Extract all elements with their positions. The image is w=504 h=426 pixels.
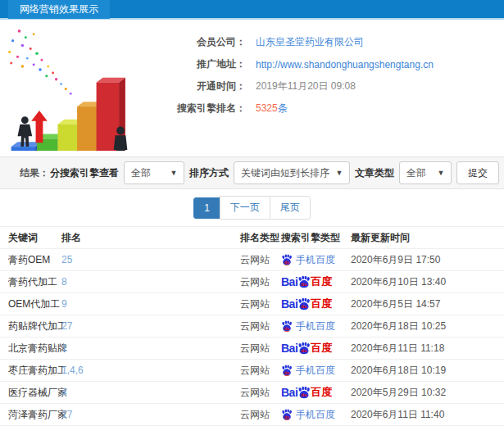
- submit-button[interactable]: 提交: [456, 161, 499, 184]
- info-section: 会员公司： 山东皇圣堂药业有限公司 推广地址： http://www.shand…: [0, 20, 504, 156]
- engine-rank-value: 5325条: [256, 102, 288, 116]
- company-label: 会员公司：: [160, 35, 246, 49]
- search-engine-cell: Bai du 百度: [281, 341, 351, 356]
- article-type-label: 文章类型: [355, 166, 394, 180]
- svg-text:du: du: [284, 415, 290, 419]
- baidu-paw-icon: du: [297, 297, 311, 310]
- rank-link[interactable]: 25: [61, 254, 72, 265]
- engine-rank-row: 搜索引擎排名： 5325条: [160, 97, 504, 120]
- mobile-baidu-label: 手机百度: [296, 408, 335, 422]
- info-fields: 会员公司： 山东皇圣堂药业有限公司 推广地址： http://www.shand…: [160, 26, 504, 156]
- rank-type-cell: 云网站: [240, 253, 281, 267]
- search-engine-cell: du 手机百度: [281, 320, 351, 333]
- mobile-baidu-label: 手机百度: [296, 253, 335, 267]
- rank-link[interactable]: 1,4,6: [61, 365, 84, 376]
- svg-text:du: du: [284, 260, 290, 265]
- table-row: 菏泽膏药厂家 17 云网站 du 手机百度 2020年6月11日 11:40: [0, 404, 504, 426]
- table-row: 医疗器械厂家 4 云网站 Bai du 百度 2020年5月29日 10:32: [0, 382, 504, 404]
- updated-time-cell: 2020年5月29日 10:32: [351, 386, 504, 400]
- mobile-baidu-label: 手机百度: [296, 364, 335, 378]
- header-rank: 排名: [61, 231, 240, 245]
- page-current[interactable]: 1: [193, 197, 220, 219]
- rank-type-cell: 云网站: [240, 342, 281, 356]
- rank-type-cell: 云网站: [240, 297, 281, 311]
- filter-group: 分搜索引擎查看 全部 ▼ 排序方式 关键词由短到长排序 ▼ 文章类型 全部 ▼ …: [50, 161, 499, 184]
- rank-type-cell: 云网站: [240, 386, 281, 400]
- updated-time-cell: 2020年6月11日 11:18: [351, 342, 504, 356]
- promo-url-link[interactable]: http://www.shandonghuangshengtang.cn: [256, 59, 434, 70]
- svg-text:du: du: [284, 370, 290, 375]
- page-title: 网络营销效果展示: [20, 2, 98, 16]
- header-updated: 最新更新时间: [351, 231, 504, 245]
- sort-select[interactable]: 关键词由短到长排序: [234, 161, 350, 184]
- table-body: 膏药OEM 25 云网站 du 手机百度 2020年6月9日 17:50 膏药代…: [0, 249, 504, 426]
- svg-text:du: du: [302, 392, 308, 397]
- company-link[interactable]: 山东皇圣堂药业有限公司: [256, 35, 364, 49]
- rank-link[interactable]: 1: [61, 342, 67, 354]
- engine-filter-label: 分搜索引擎查看: [50, 166, 119, 180]
- svg-text:du: du: [302, 303, 308, 309]
- baidu-paw-icon: du: [297, 342, 311, 355]
- table-row: 北京膏药贴牌 1 云网站 Bai du 百度 2020年6月11日 11:18: [0, 338, 504, 360]
- baidu-paw-icon: du: [281, 365, 293, 376]
- page-next[interactable]: 下一页: [220, 196, 270, 220]
- search-engine-cell: du 手机百度: [281, 408, 351, 422]
- updated-time-cell: 2020年6月9日 17:50: [351, 253, 504, 267]
- rank-link[interactable]: 8: [61, 276, 67, 288]
- rank-type-cell: 云网站: [240, 364, 281, 378]
- table-row: 膏药OEM 25 云网站 du 手机百度 2020年6月9日 17:50: [0, 249, 504, 271]
- engine-filter-select[interactable]: 全部: [124, 161, 184, 184]
- search-engine-cell: du 手机百度: [281, 253, 351, 267]
- rank-link[interactable]: 4: [61, 387, 67, 398]
- confetti-dots: [8, 29, 72, 95]
- baidu-paw-icon: du: [281, 254, 293, 265]
- pagination: 1 下一页 尾页: [0, 189, 504, 226]
- top-bar: 网络营销效果展示: [0, 0, 504, 20]
- rank-link[interactable]: 9: [61, 298, 67, 310]
- svg-text:du: du: [302, 347, 308, 353]
- article-type-select[interactable]: 全部: [399, 161, 452, 184]
- keyword-cell: 枣庄膏药加工: [8, 364, 61, 378]
- header-engine-type: 搜索引擎类型: [281, 231, 351, 245]
- updated-time-cell: 2020年6月10日 13:40: [351, 275, 504, 289]
- keyword-cell: 药贴牌代加工: [8, 320, 61, 333]
- baidu-logo-text: 百度: [311, 274, 332, 289]
- keyword-cell: 菏泽膏药厂家: [8, 408, 61, 422]
- baidu-paw-icon: du: [281, 320, 293, 332]
- rank-unit: 条: [278, 102, 288, 114]
- table-row: 药贴牌代加工 27 云网站 du 手机百度 2020年6月18日 10:25: [0, 315, 504, 338]
- rank-link[interactable]: 27: [61, 320, 72, 332]
- baidu-logo-prefix: Bai: [281, 297, 297, 310]
- page-title-tab[interactable]: 网络营销效果展示: [8, 0, 110, 19]
- keyword-cell: OEM代加工: [8, 297, 61, 311]
- search-engine-cell: Bai du 百度: [281, 274, 351, 289]
- baidu-paw-icon: du: [281, 409, 293, 420]
- result-label: 结果：: [20, 166, 49, 180]
- table-row: OEM代加工 9 云网站 Bai du 百度 2020年6月5日 14:57: [0, 293, 504, 315]
- rank-link[interactable]: 17: [61, 409, 72, 420]
- search-engine-cell: Bai du 百度: [281, 297, 351, 311]
- company-row: 会员公司： 山东皇圣堂药业有限公司: [160, 31, 504, 53]
- baidu-logo-text: 百度: [311, 297, 332, 311]
- baidu-paw-icon: du: [297, 275, 311, 288]
- open-time-row: 开通时间： 2019年11月20日 09:08: [160, 75, 504, 97]
- baidu-logo-prefix: Bai: [281, 275, 297, 288]
- table-row: 枣庄膏药加工 1,4,6 云网站 du 手机百度 2020年6月18日 10:1…: [0, 360, 504, 382]
- rank-type-cell: 云网站: [240, 320, 281, 333]
- header-keyword: 关键词: [8, 231, 61, 245]
- filter-bar: 结果： 分搜索引擎查看 全部 ▼ 排序方式 关键词由短到长排序 ▼ 文章类型 全…: [0, 156, 504, 189]
- baidu-logo-prefix: Bai: [281, 386, 297, 399]
- header-rank-type: 排名类型: [240, 231, 281, 245]
- updated-time-cell: 2020年6月5日 14:57: [351, 297, 504, 311]
- updated-time-cell: 2020年6月18日 10:19: [351, 364, 504, 378]
- sort-filter-label: 排序方式: [189, 166, 229, 180]
- page-last[interactable]: 尾页: [270, 196, 311, 220]
- keyword-cell: 膏药代加工: [8, 275, 61, 289]
- rank-type-cell: 云网站: [240, 275, 281, 289]
- engine-rank-label: 搜索引擎排名：: [160, 102, 246, 116]
- svg-text:du: du: [302, 281, 308, 287]
- promo-url-label: 推广地址：: [160, 57, 246, 71]
- keyword-cell: 膏药OEM: [8, 253, 61, 267]
- promo-url-row: 推广地址： http://www.shandonghuangshengtang.…: [160, 53, 504, 75]
- updated-time-cell: 2020年6月18日 10:25: [351, 320, 504, 333]
